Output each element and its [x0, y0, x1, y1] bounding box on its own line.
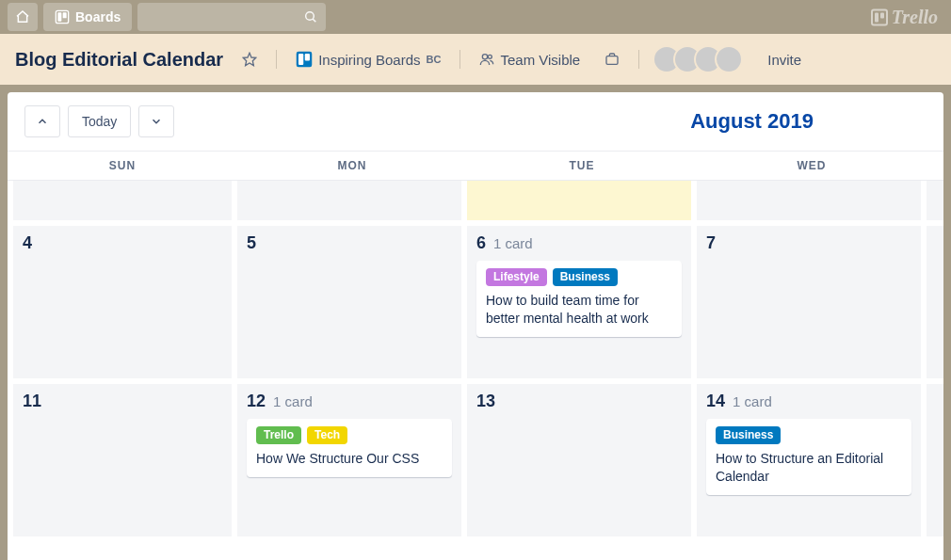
svg-rect-11: [606, 56, 618, 65]
star-button[interactable]: [236, 48, 263, 71]
calendar-card[interactable]: Trello Tech How We Structure Our CSS: [247, 419, 452, 477]
calendar-cell[interactable]: [237, 181, 467, 226]
day-number: 12: [247, 392, 266, 410]
card-labels: Business: [716, 426, 902, 444]
divider: [276, 50, 277, 69]
star-icon: [242, 52, 257, 67]
calendar-row: 11 121 card Trello Tech How We Structure…: [8, 384, 943, 542]
team-badge: BC: [427, 54, 442, 65]
day-number: 4: [23, 233, 32, 252]
boards-button[interactable]: Boards: [43, 3, 132, 31]
svg-point-3: [306, 12, 314, 21]
member-avatars[interactable]: [653, 45, 743, 73]
day-header: MON: [237, 152, 467, 180]
card-label[interactable]: Business: [553, 268, 618, 286]
trello-logo: Trello: [871, 7, 938, 28]
home-button[interactable]: [8, 3, 38, 31]
svg-point-9: [483, 55, 488, 59]
boards-icon: [55, 9, 70, 24]
day-number: 13: [476, 392, 495, 410]
visibility-label: Team Visible: [500, 52, 580, 68]
trello-logo-text: Trello: [892, 7, 938, 28]
card-labels: Lifestyle Business: [486, 268, 672, 286]
calendar-row: [8, 181, 943, 226]
board-header: Blog Editorial Calendar Inspiring Boards…: [0, 34, 951, 85]
svg-rect-7: [298, 54, 303, 65]
calendar-cell[interactable]: 4: [8, 226, 237, 384]
prev-button[interactable]: [24, 105, 60, 137]
calendar-cell-today[interactable]: [467, 181, 697, 226]
calendar-cell[interactable]: 5: [237, 226, 467, 384]
team-button-label: Inspiring Boards: [318, 52, 420, 68]
visibility-button[interactable]: Team Visible: [474, 48, 586, 72]
day-number: 6: [476, 233, 486, 252]
trello-logo-icon: [871, 8, 888, 25]
svg-line-4: [313, 19, 315, 22]
search-input[interactable]: [137, 3, 326, 31]
calendar-cell[interactable]: 13: [467, 384, 697, 542]
card-label[interactable]: Business: [716, 426, 781, 444]
card-label[interactable]: Lifestyle: [486, 268, 547, 286]
people-icon: [479, 52, 494, 67]
search-icon: [303, 9, 318, 24]
calendar-cell[interactable]: [697, 181, 927, 226]
card-labels: Trello Tech: [256, 426, 443, 444]
home-icon: [15, 9, 30, 24]
calendar-cell-sliver: [927, 384, 943, 542]
butler-button[interactable]: [599, 48, 625, 71]
day-number: 7: [706, 233, 716, 252]
divider: [638, 50, 639, 69]
invite-label: Invite: [767, 52, 801, 68]
today-label: Today: [82, 114, 117, 129]
svg-point-10: [489, 55, 492, 58]
svg-rect-2: [63, 12, 67, 18]
team-button[interactable]: Inspiring Boards BC: [290, 47, 446, 72]
card-count: 1 card: [273, 393, 313, 409]
boards-button-label: Boards: [75, 9, 121, 24]
divider: [459, 50, 460, 69]
day-header: TUE: [467, 152, 697, 180]
chevron-up-icon: [36, 115, 49, 128]
day-header: WED: [697, 152, 927, 180]
avatar[interactable]: [715, 45, 743, 73]
board-title[interactable]: Blog Editorial Calendar: [15, 49, 223, 71]
calendar-cell[interactable]: 121 card Trello Tech How We Structure Ou…: [237, 384, 467, 542]
day-number: 11: [23, 392, 41, 410]
svg-rect-1: [57, 12, 61, 21]
card-label[interactable]: Trello: [256, 426, 301, 444]
calendar-cell-sliver: [927, 181, 943, 226]
card-title: How to Structure an Editorial Calendar: [716, 450, 902, 486]
calendar-month-title: August 2019: [690, 109, 927, 134]
card-count: 1 card: [493, 235, 533, 251]
calendar-row: 4 5 61 card Lifestyle Business How to bu…: [8, 226, 943, 384]
today-button[interactable]: Today: [68, 105, 131, 137]
next-button[interactable]: [138, 105, 174, 137]
calendar-cell[interactable]: 7: [697, 226, 927, 384]
calendar-card[interactable]: Business How to Structure an Editorial C…: [706, 419, 911, 495]
global-topbar: Boards Trello: [0, 0, 951, 34]
calendar-cell-sliver: [927, 226, 943, 384]
invite-button[interactable]: Invite: [762, 48, 807, 72]
card-title: How We Structure Our CSS: [256, 450, 443, 468]
trello-square-icon: [296, 51, 313, 68]
calendar-cell[interactable]: 141 card Business How to Structure an Ed…: [697, 384, 927, 542]
calendar-cell[interactable]: 61 card Lifestyle Business How to build …: [467, 226, 697, 384]
chevron-down-icon: [150, 115, 163, 128]
card-count: 1 card: [733, 393, 772, 409]
day-headers: SUN MON TUE WED: [8, 151, 943, 181]
calendar-toolbar: Today August 2019: [8, 105, 943, 151]
briefcase-icon: [604, 52, 620, 67]
svg-rect-8: [305, 54, 310, 61]
card-title: How to build team time for better mental…: [486, 292, 672, 328]
calendar-view: Today August 2019 SUN MON TUE WED 4 5 61…: [8, 92, 943, 560]
calendar-card[interactable]: Lifestyle Business How to build team tim…: [476, 261, 682, 337]
calendar-cell[interactable]: 11: [8, 384, 237, 542]
day-number: 5: [247, 233, 256, 252]
day-number: 14: [706, 392, 725, 410]
day-header: SUN: [8, 152, 237, 180]
card-label[interactable]: Tech: [307, 426, 347, 444]
svg-marker-5: [243, 53, 255, 65]
calendar-cell[interactable]: [8, 181, 237, 226]
